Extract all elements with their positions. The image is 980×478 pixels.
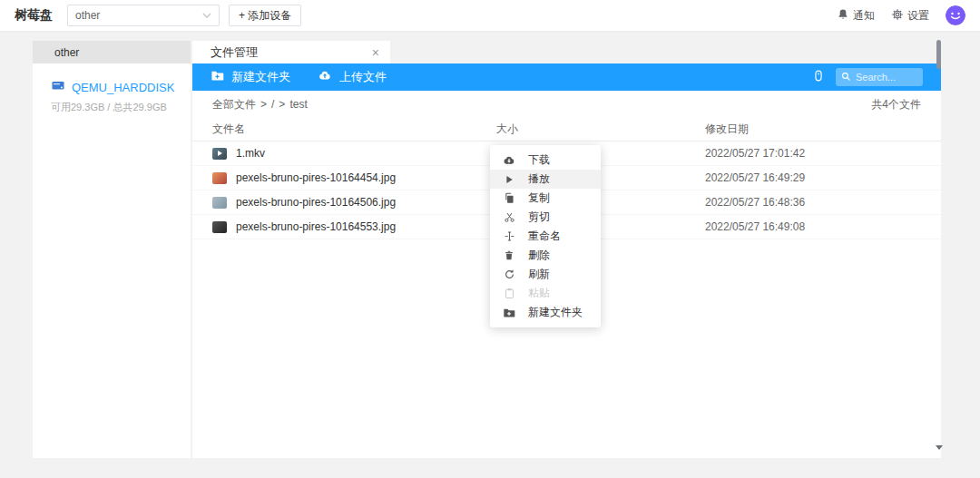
file-name: pexels-bruno-pires-10164454.jpg (236, 171, 396, 184)
table-header: 文件名 大小 修改日期 (192, 118, 941, 141)
app-title: 树莓盘 (15, 7, 53, 24)
scrollbar (936, 36, 942, 452)
topbar-right: 通知 设置 (837, 5, 965, 25)
tab-close-icon[interactable]: × (372, 46, 379, 59)
menu-item-copy[interactable]: 复制 (490, 189, 601, 208)
settings-label: 设置 (907, 8, 929, 24)
file-count: 共4个文件 (871, 97, 921, 112)
file-name: pexels-bruno-pires-10164506.jpg (236, 196, 396, 209)
file-name: pexels-bruno-pires-10164553.jpg (236, 220, 396, 233)
file-date: 2022/05/27 16:48:36 (705, 196, 921, 209)
header-size: 大小 (496, 122, 705, 137)
menu-item-delete[interactable]: 删除 (490, 246, 601, 265)
paste-icon (503, 288, 515, 300)
menu-item-label: 重命名 (528, 229, 561, 244)
header-modified: 修改日期 (705, 122, 921, 137)
notifications-button[interactable]: 通知 (837, 8, 875, 24)
menu-item-label: 刷新 (528, 267, 550, 282)
app-page: 树莓盘 other + 添加设备 通知 设置 (0, 0, 980, 478)
search-input[interactable] (856, 72, 916, 83)
search-icon (841, 69, 851, 85)
add-device-button[interactable]: + 添加设备 (229, 5, 301, 26)
sidebar: other QEMU_HARDDISK 可用29.3GB / 总共29.9GB (33, 41, 191, 458)
image-file-icon (212, 197, 227, 209)
breadcrumb-separator: > (260, 98, 267, 111)
mouse-icon[interactable] (812, 69, 825, 86)
upload-file-button[interactable]: 上传文件 (318, 69, 387, 85)
chevron-down-icon (202, 9, 211, 22)
cut-icon (503, 211, 515, 224)
file-date: 2022/05/27 16:49:29 (705, 171, 921, 184)
tab-label: 文件管理 (211, 44, 258, 61)
delete-icon (503, 249, 515, 262)
device-select[interactable]: other (67, 5, 220, 26)
search-box (836, 68, 923, 86)
breadcrumb: 全部文件 > / > test 共4个文件 (192, 91, 941, 118)
play-icon (503, 173, 515, 186)
menu-item-label: 剪切 (528, 210, 550, 225)
context-menu: 下载 播放 复制 剪切 重命名 (490, 145, 601, 327)
refresh-icon (503, 268, 515, 281)
menu-item-refresh[interactable]: 刷新 (490, 265, 601, 284)
menu-item-label: 粘贴 (528, 286, 550, 301)
disk-item[interactable]: QEMU_HARDDISK 可用29.3GB / 总共29.9GB (33, 63, 191, 114)
menu-item-rename[interactable]: 重命名 (490, 227, 601, 246)
cloud-download-icon (503, 154, 515, 167)
disk-capacity: 可用29.3GB / 总共29.9GB (51, 101, 191, 114)
menu-item-cut[interactable]: 剪切 (490, 208, 601, 227)
folder-plus-icon (211, 69, 224, 85)
file-date: 2022/05/27 16:49:08 (705, 220, 921, 233)
toolbar-right (812, 68, 923, 86)
copy-icon (503, 192, 515, 205)
rename-icon (503, 230, 515, 243)
scrollbar-thumb[interactable] (936, 40, 941, 69)
menu-item-new-folder[interactable]: 新建文件夹 (490, 303, 601, 322)
avatar[interactable] (946, 5, 965, 25)
breadcrumb-current[interactable]: test (289, 98, 307, 111)
file-toolbar: 新建文件夹 上传文件 (192, 63, 941, 91)
upload-file-label: 上传文件 (339, 69, 387, 85)
file-name: 1.mkv (236, 147, 265, 160)
new-folder-label: 新建文件夹 (231, 69, 290, 85)
notifications-label: 通知 (853, 8, 875, 24)
breadcrumb-root[interactable]: 全部文件 (212, 97, 256, 112)
breadcrumb-path[interactable]: / (271, 98, 274, 111)
topbar: 树莓盘 other + 添加设备 通知 设置 (0, 0, 980, 31)
settings-button[interactable]: 设置 (891, 8, 929, 24)
menu-item-label: 播放 (528, 171, 550, 187)
video-file-icon (212, 148, 227, 160)
file-date: 2022/05/27 17:01:42 (705, 147, 921, 160)
tab-file-manager[interactable]: 文件管理 × (192, 41, 390, 63)
scroll-down-arrow-icon[interactable] (936, 445, 943, 450)
menu-item-label: 复制 (528, 190, 550, 206)
menu-item-label: 删除 (528, 248, 550, 263)
breadcrumb-separator: > (279, 98, 285, 111)
harddisk-icon (51, 78, 65, 96)
bell-icon (837, 8, 849, 24)
new-folder-icon (503, 307, 515, 319)
menu-item-download[interactable]: 下载 (490, 151, 601, 170)
image-file-icon (212, 172, 227, 184)
header-filename: 文件名 (212, 122, 496, 137)
new-folder-button[interactable]: 新建文件夹 (211, 69, 290, 85)
menu-item-label: 下载 (528, 152, 550, 168)
menu-item-play[interactable]: 播放 (490, 170, 601, 189)
menu-item-label: 新建文件夹 (528, 305, 583, 320)
menu-item-paste: 粘贴 (490, 284, 601, 303)
device-select-value: other (75, 9, 100, 22)
image-file-icon (212, 221, 227, 233)
cloud-upload-icon (318, 69, 332, 85)
disk-name: QEMU_HARDDISK (72, 81, 174, 94)
gear-icon (891, 8, 904, 24)
sidebar-tab-other[interactable]: other (33, 41, 191, 63)
